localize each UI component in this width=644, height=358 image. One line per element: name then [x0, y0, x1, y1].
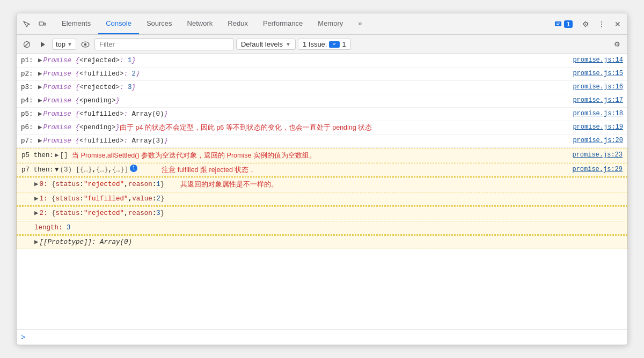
row-label-p3: p3:: [21, 82, 37, 93]
message-count: 1: [564, 20, 573, 28]
expand-p3-button[interactable]: ▶: [38, 82, 42, 93]
expand-item0-button[interactable]: ▶: [34, 179, 39, 190]
console-row-p7-item1: ▶ 1: {status: "fulfilled", value: 2}: [17, 192, 627, 206]
row-label-p2: p2:: [21, 69, 37, 79]
row-label-p5: p5:: [21, 109, 37, 120]
console-row-p6: p6: ▶ Promise {<pending>} 由于 p4 的状态不会定型，…: [17, 121, 627, 135]
tab-performance[interactable]: Performance: [255, 13, 310, 34]
prompt-icon: >: [21, 333, 25, 341]
console-row-p7-item0: ▶ 0: {status: "rejected", reason: 1} 其返回…: [17, 177, 627, 191]
settings-icon[interactable]: ⚙: [578, 17, 593, 32]
source-link-p6[interactable]: promise.js:19: [564, 122, 623, 132]
console-row-p4: p4: ▶ Promise {<pending>} promise.js:17: [17, 94, 627, 108]
expand-p6-button[interactable]: ▶: [38, 122, 42, 133]
source-link-p2[interactable]: promise.js:15: [564, 69, 623, 79]
svg-marker-7: [41, 42, 45, 47]
row-label-p4: p4:: [21, 95, 37, 106]
tab-memory[interactable]: Memory: [310, 13, 350, 34]
p7-note2: 其返回的对象属性是不一样的。: [180, 179, 278, 190]
info-icon: i: [130, 165, 137, 172]
svg-rect-1: [44, 23, 46, 25]
svg-line-6: [25, 42, 30, 47]
expand-p5-then-button[interactable]: ▶: [55, 150, 59, 161]
close-icon[interactable]: ✕: [610, 17, 625, 32]
p5-then-annotation: 当 Promise.allSettled() 参数为空迭代对象，返回的 Prom…: [72, 150, 316, 161]
p6-annotation: 由于 p4 的状态不会定型，因此 p6 等不到状态的变化，也会一直处于 pend…: [120, 122, 372, 133]
source-link-p5-then[interactable]: promise.js:23: [564, 150, 623, 160]
tab-more[interactable]: »: [350, 13, 369, 34]
expand-p7-then-button[interactable]: ▼: [55, 165, 59, 175]
device-toggle-icon[interactable]: [35, 17, 50, 32]
cursor-icon[interactable]: [19, 17, 34, 32]
message-badge-button[interactable]: 1: [550, 19, 577, 29]
tab-sources[interactable]: Sources: [139, 13, 180, 34]
console-settings-button[interactable]: ⚙: [610, 38, 624, 51]
source-link-p7[interactable]: promise.js:20: [564, 136, 623, 146]
source-link-p5[interactable]: promise.js:18: [564, 109, 623, 119]
filter-input[interactable]: [94, 38, 234, 50]
log-levels-dropdown[interactable]: Default levels ▼: [236, 39, 296, 50]
tab-list: Elements Console Sources Network Redux P…: [54, 13, 550, 34]
console-row-length: length: 3: [17, 221, 627, 235]
console-row-p7-then: p7 then: ▼ (3) [{…}, {…}, {…}] i 注意 fulf…: [17, 163, 627, 177]
console-row-p7: p7: ▶ Promise {<fulfilled>: Array(3)} pr…: [17, 135, 627, 148]
tab-console[interactable]: Console: [98, 13, 139, 34]
devtools-window: Elements Console Sources Network Redux P…: [16, 13, 628, 345]
row-label-p1: p1:: [21, 55, 37, 66]
svg-rect-10: [331, 41, 338, 47]
row-label-p7-then: p7 then:: [21, 165, 54, 175]
console-row-p5-then: p5 then: ▶ [] 当 Promise.allSettled() 参数为…: [17, 148, 627, 162]
expand-p5-button[interactable]: ▶: [38, 109, 42, 120]
tab-bar-actions: 1 ⚙ ⋮ ✕: [550, 17, 625, 32]
context-selector[interactable]: top ▼: [52, 39, 76, 50]
issue-icon: [329, 41, 340, 48]
source-link-p7-then[interactable]: promise.js:29: [564, 165, 623, 175]
tab-elements[interactable]: Elements: [54, 13, 98, 34]
console-input[interactable]: [28, 333, 623, 341]
p7-note1: 注意 fulfilled 跟 rejected 状态，: [162, 165, 255, 175]
source-link-p3[interactable]: promise.js:16: [564, 82, 623, 92]
expand-p7-button[interactable]: ▶: [38, 136, 42, 146]
console-input-row: >: [17, 329, 627, 345]
console-row-p5: p5: ▶ Promise {<fulfilled>: Array(0)} pr…: [17, 108, 627, 121]
row-label-p6: p6:: [21, 122, 37, 133]
console-row-p3: p3: ▶ Promise {<rejected>: 3} promise.js…: [17, 81, 627, 94]
tab-network[interactable]: Network: [180, 13, 221, 34]
tab-bar: Elements Console Sources Network Redux P…: [17, 13, 627, 35]
expand-p2-button[interactable]: ▶: [38, 69, 42, 79]
console-row-prototype: ▶ [[Prototype]]: Array(0): [17, 235, 627, 249]
more-options-icon[interactable]: ⋮: [594, 17, 609, 32]
eye-icon[interactable]: [78, 38, 92, 51]
expand-item2-button[interactable]: ▶: [34, 208, 39, 219]
row-label-p7: p7:: [21, 136, 37, 146]
source-link-p4[interactable]: promise.js:17: [564, 95, 623, 106]
svg-rect-0: [39, 22, 43, 25]
execute-button[interactable]: [36, 38, 50, 51]
clear-console-button[interactable]: [20, 38, 34, 51]
row-label-p5-then: p5 then:: [21, 150, 54, 161]
expand-p4-button[interactable]: ▶: [38, 95, 42, 106]
issues-button[interactable]: 1 Issue: 1: [298, 39, 351, 50]
console-row-p2: p2: ▶ Promise {<fulfilled>: 2} promise.j…: [17, 68, 627, 81]
console-row-p1: p1: ▶ Promise {<rejected>: 1} promise.js…: [17, 54, 627, 68]
svg-point-9: [84, 43, 86, 45]
expand-item1-button[interactable]: ▶: [34, 193, 39, 204]
console-toolbar: top ▼ Default levels ▼ 1 Issue: 1: [17, 35, 627, 54]
expand-p1-button[interactable]: ▶: [38, 55, 42, 66]
source-link-p1[interactable]: promise.js:14: [564, 55, 623, 65]
svg-rect-2: [555, 21, 561, 26]
console-output: p1: ▶ Promise {<rejected>: 1} promise.js…: [17, 54, 627, 329]
console-row-p7-item2: ▶ 2: {status: "rejected", reason: 3}: [17, 206, 627, 220]
expand-proto-button[interactable]: ▶: [34, 237, 39, 248]
dropdown-arrow-icon: ▼: [286, 41, 291, 47]
tab-redux[interactable]: Redux: [220, 13, 255, 34]
